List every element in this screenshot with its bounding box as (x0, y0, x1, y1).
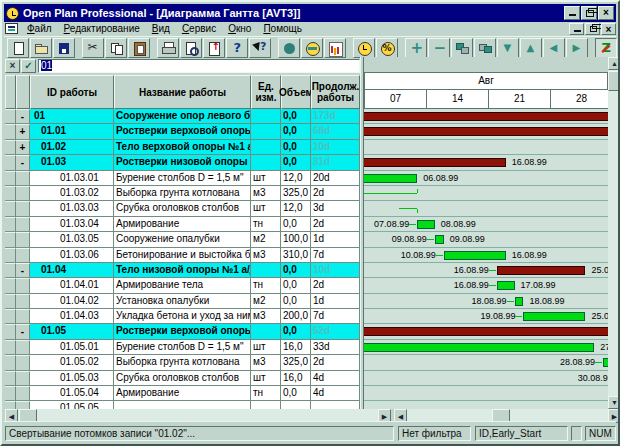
new-document-button[interactable] (7, 38, 29, 58)
time-globe-button[interactable] (301, 38, 323, 58)
minimize-button[interactable] (564, 6, 580, 20)
cut-button[interactable] (82, 38, 104, 58)
row-selector[interactable] (5, 401, 16, 409)
row-selector[interactable] (5, 201, 16, 216)
scroll-down-button[interactable]: ▼ (608, 396, 620, 409)
child-close-button[interactable]: × (601, 23, 616, 35)
row-selector[interactable] (5, 278, 16, 293)
task-bar[interactable] (364, 174, 417, 183)
menu-item-2[interactable]: Вид (146, 23, 176, 34)
table-row[interactable]: -01.05Ростверки верховой опоры №2 а/д0,0… (5, 324, 360, 339)
copy-button[interactable] (105, 38, 127, 58)
open-folder-button[interactable] (30, 38, 52, 58)
row-selector[interactable] (5, 140, 16, 155)
table-row[interactable]: 01.05.02Выборка грунта котлованам3325,02… (5, 355, 360, 370)
row-selector[interactable] (5, 217, 16, 232)
delete-activity-button[interactable] (428, 38, 450, 58)
vertical-scroll-thumb[interactable] (608, 71, 620, 91)
row-selector[interactable] (5, 186, 16, 201)
task-bar[interactable] (364, 343, 594, 352)
row-selector[interactable] (5, 340, 16, 355)
context-help-button[interactable] (249, 38, 271, 58)
move-down-button[interactable] (497, 38, 519, 58)
row-selector[interactable] (5, 324, 16, 339)
table-row[interactable]: 01.03.03Срубка оголовков столбовшт12,03d (5, 201, 360, 216)
row-selector[interactable] (5, 309, 16, 324)
close-button[interactable]: × (598, 6, 614, 20)
expand-toggle[interactable]: - (16, 263, 30, 278)
row-selector[interactable] (5, 171, 16, 186)
move-left-button[interactable] (543, 38, 565, 58)
summary-bar[interactable] (364, 327, 608, 336)
paste-button[interactable] (128, 38, 150, 58)
table-row[interactable]: 01.04.02Установка опалубким20,01d (5, 294, 360, 309)
table-row[interactable]: 01.04.01Армирование телатн0,02d (5, 278, 360, 293)
link-activities-button[interactable] (451, 38, 473, 58)
gantt-view-button[interactable] (595, 38, 617, 58)
histogram-button[interactable] (324, 38, 346, 58)
scroll-up-button[interactable]: ▲ (608, 57, 620, 70)
row-selector[interactable] (5, 386, 16, 401)
child-restore-button[interactable] (585, 23, 600, 35)
task-bar[interactable] (515, 297, 524, 306)
summary-bar[interactable] (364, 112, 608, 121)
table-row[interactable]: -01.04Тело низовой опоры №1 а/д моста0,0… (5, 263, 360, 278)
task-bar[interactable] (417, 220, 435, 229)
cancel-edit-button[interactable]: × (5, 59, 20, 73)
task-bar[interactable] (523, 312, 585, 321)
row-selector[interactable] (5, 248, 16, 263)
expand-toggle[interactable]: - (16, 109, 30, 124)
table-row[interactable]: 01.03.01Бурение столбов D = 1,5 м"шт12,0… (5, 171, 360, 186)
percent-button[interactable] (376, 38, 398, 58)
row-selector[interactable] (5, 263, 16, 278)
menu-item-3[interactable]: Сервис (176, 23, 222, 34)
print-preview-button[interactable] (180, 38, 202, 58)
cell-edit-input[interactable]: 01 (38, 59, 360, 73)
move-up-button[interactable] (520, 38, 542, 58)
table-row[interactable]: 01.03.04Армированиетн0,02d (5, 217, 360, 232)
table-row[interactable]: 01.05.03Срубка оголовков столбовшт16,04d (5, 371, 360, 386)
save-button[interactable] (53, 38, 75, 58)
table-row[interactable]: 01.03.05Сооружение опалубким2100,01d (5, 232, 360, 247)
table-row[interactable]: -01.03Ростверки низовой опоры №1 а/д м0,… (5, 155, 360, 170)
table-row[interactable]: 01.05.01Бурение столбов D = 1,5 м"шт16,0… (5, 340, 360, 355)
table-row[interactable]: +01.02Тело верховой опоры №1 а/д моста0,… (5, 140, 360, 155)
unlink-activities-button[interactable] (474, 38, 496, 58)
menu-item-0[interactable]: Файл (21, 23, 58, 34)
expand-toggle[interactable]: - (16, 324, 30, 339)
gantt-vertical-scrollbar[interactable]: ▲ ▼ (608, 57, 620, 409)
task-bar[interactable] (435, 235, 444, 244)
table-row[interactable]: +01.01Ростверки верховой опоры №1 а/д0,0… (5, 124, 360, 139)
table-row[interactable]: -01Сооружение опор левого берега0,0173d (5, 109, 360, 124)
summary-bar[interactable] (364, 158, 506, 167)
child-minimize-button[interactable] (569, 23, 584, 35)
summary-bar[interactable] (364, 127, 608, 136)
table-row[interactable]: 01.05.05 (5, 401, 360, 409)
table-row[interactable]: 01.04.03Укладка бетона и уход за нимм320… (5, 309, 360, 324)
add-activity-button[interactable] (405, 38, 427, 58)
row-selector[interactable] (5, 294, 16, 309)
task-bar[interactable] (497, 281, 515, 290)
table-row[interactable]: 01.03.06Бетонирование и выстойка бетонам… (5, 248, 360, 263)
expand-toggle[interactable]: - (16, 155, 30, 170)
task-bar[interactable] (444, 251, 506, 260)
restore-button[interactable] (581, 6, 597, 20)
confirm-edit-button[interactable]: ✓ (21, 59, 36, 73)
expand-toggle[interactable]: + (16, 124, 30, 139)
rollup-button[interactable] (203, 38, 225, 58)
table-row[interactable]: 01.03.02Выборка грунта котлованам3325,02… (5, 186, 360, 201)
row-selector[interactable] (5, 155, 16, 170)
row-selector[interactable] (5, 371, 16, 386)
document-system-menu-icon[interactable] (5, 23, 18, 34)
clock-button[interactable] (353, 38, 375, 58)
move-right-button[interactable] (566, 38, 588, 58)
row-selector[interactable] (5, 232, 16, 247)
menu-item-4[interactable]: Окно (222, 23, 257, 34)
table-row[interactable]: 01.05.04Армированиетн0,04d (5, 386, 360, 401)
summary-bar[interactable] (497, 266, 586, 275)
row-selector[interactable] (5, 124, 16, 139)
status-circle-button[interactable] (278, 38, 300, 58)
menu-item-5[interactable]: Помощь (257, 23, 308, 34)
expand-toggle[interactable]: + (16, 140, 30, 155)
row-selector[interactable] (5, 355, 16, 370)
